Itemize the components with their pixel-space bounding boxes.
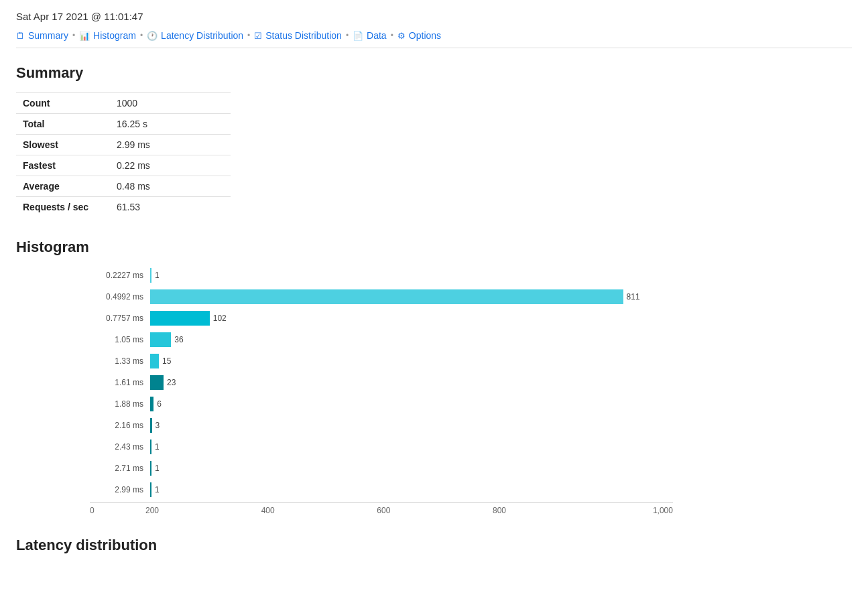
bar-value: 15 — [162, 356, 171, 366]
summary-value: 1000 — [110, 93, 231, 114]
nav-icon-summary: 🗒 — [16, 31, 25, 41]
chart-area: 0.2227 ms10.4992 ms8110.7757 ms1021.05 m… — [29, 267, 673, 498]
histogram-bar-row: 0.4992 ms811 — [90, 288, 673, 306]
summary-value: 0.22 ms — [110, 155, 231, 176]
bar-fill — [150, 354, 159, 368]
bar-fill — [150, 375, 164, 390]
bar-label: 0.2227 ms — [90, 271, 150, 280]
nav-bar: 🗒Summary•📊Histogram•🕐Latency Distributio… — [16, 30, 852, 48]
summary-value: 61.53 — [110, 197, 231, 218]
nav-separator: • — [346, 31, 349, 40]
nav-item-status-distribution[interactable]: ☑Status Distribution — [254, 30, 342, 41]
bar-track: 1 — [150, 268, 673, 283]
histogram-title: Histogram — [16, 239, 852, 256]
nav-label-summary: Summary — [28, 30, 68, 41]
bar-label: 1.88 ms — [90, 399, 150, 409]
bar-label: 1.33 ms — [90, 356, 150, 366]
nav-icon-data: 📄 — [353, 31, 363, 41]
latency-distribution-section: Latency distribution — [16, 537, 852, 554]
nav-separator: • — [72, 31, 75, 40]
timestamp: Sat Apr 17 2021 @ 11:01:47 — [16, 11, 852, 22]
bar-fill — [150, 418, 152, 433]
nav-icon-histogram: 📊 — [79, 31, 90, 41]
bar-value: 1 — [155, 464, 160, 473]
latency-distribution-title: Latency distribution — [16, 537, 852, 554]
bar-value: 1 — [155, 271, 160, 280]
bar-label: 1.05 ms — [90, 335, 150, 344]
bar-label: 2.99 ms — [90, 485, 150, 494]
histogram-bar-row: 2.71 ms1 — [90, 460, 673, 477]
nav-label-latency-distribution: Latency Distribution — [161, 30, 243, 41]
histogram-bar-row: 2.16 ms3 — [90, 417, 673, 434]
x-tick: 0 — [90, 506, 95, 515]
nav-item-data[interactable]: 📄Data — [353, 30, 387, 41]
nav-icon-latency-distribution: 🕐 — [147, 31, 158, 41]
summary-table: Count1000Total16.25 sSlowest2.99 msFaste… — [16, 92, 231, 217]
nav-item-histogram[interactable]: 📊Histogram — [79, 30, 136, 41]
bar-label: 0.7757 ms — [90, 314, 150, 323]
bar-track: 36 — [150, 332, 673, 347]
bar-label: 2.71 ms — [90, 464, 150, 473]
summary-label: Average — [16, 176, 110, 197]
table-row: Fastest0.22 ms — [16, 155, 231, 176]
bar-fill — [150, 268, 151, 283]
nav-label-options: Options — [409, 30, 441, 41]
histogram-container: 0.2227 ms10.4992 ms8110.7757 ms1021.05 m… — [16, 267, 852, 515]
bar-fill — [150, 289, 623, 304]
bar-track: 6 — [150, 397, 673, 411]
bar-track: 1 — [150, 482, 673, 497]
histogram-bar-row: 0.7757 ms102 — [90, 310, 673, 327]
nav-item-latency-distribution[interactable]: 🕐Latency Distribution — [147, 30, 243, 41]
nav-label-status-distribution: Status Distribution — [265, 30, 342, 41]
bar-fill — [150, 461, 151, 476]
histogram-section: Histogram 0.2227 ms10.4992 ms8110.7757 m… — [16, 239, 852, 515]
summary-label: Count — [16, 93, 110, 114]
bar-value: 811 — [627, 292, 640, 301]
summary-value: 0.48 ms — [110, 176, 231, 197]
bar-value: 1 — [155, 485, 160, 494]
summary-label: Requests / sec — [16, 197, 110, 218]
table-row: Count1000 — [16, 93, 231, 114]
histogram-bar-row: 1.05 ms36 — [90, 331, 673, 348]
bar-label: 2.16 ms — [90, 421, 150, 430]
bar-track: 811 — [150, 289, 673, 304]
summary-section: Summary Count1000Total16.25 sSlowest2.99… — [16, 64, 852, 217]
nav-icon-status-distribution: ☑ — [254, 31, 262, 41]
bar-value: 1 — [155, 442, 160, 452]
nav-label-histogram: Histogram — [93, 30, 136, 41]
bar-fill — [150, 440, 151, 454]
table-row: Requests / sec61.53 — [16, 197, 231, 218]
summary-label: Slowest — [16, 135, 110, 155]
histogram-bar-row: 2.99 ms1 — [90, 481, 673, 498]
bar-track: 23 — [150, 375, 673, 390]
nav-item-options[interactable]: ⚙Options — [397, 30, 441, 41]
bar-track: 102 — [150, 311, 673, 326]
bar-label: 2.43 ms — [90, 442, 150, 452]
bar-label: 0.4992 ms — [90, 292, 150, 301]
histogram-bar-row: 1.33 ms15 — [90, 352, 673, 370]
x-axis: 02004006008001,000 — [90, 502, 673, 515]
bar-fill — [150, 332, 171, 347]
summary-label: Total — [16, 114, 110, 135]
bar-value: 102 — [213, 314, 227, 323]
bar-value: 36 — [174, 335, 183, 344]
histogram-bar-row: 1.61 ms23 — [90, 374, 673, 391]
bar-fill — [150, 397, 153, 411]
x-tick: 600 — [326, 506, 442, 515]
table-row: Average0.48 ms — [16, 176, 231, 197]
nav-separator: • — [391, 31, 393, 40]
nav-label-data: Data — [367, 30, 387, 41]
chart-wrapper: 0.2227 ms10.4992 ms8110.7757 ms1021.05 m… — [29, 267, 852, 515]
bar-label: 1.61 ms — [90, 378, 150, 387]
histogram-bar-row: 1.88 ms6 — [90, 395, 673, 413]
x-tick: 800 — [442, 506, 558, 515]
x-tick: 200 — [95, 506, 210, 515]
bar-value: 3 — [156, 421, 160, 430]
bar-fill — [150, 482, 151, 497]
bar-track: 1 — [150, 461, 673, 476]
x-tick: 1,000 — [557, 506, 673, 515]
bar-track: 15 — [150, 354, 673, 368]
nav-item-summary[interactable]: 🗒Summary — [16, 30, 68, 41]
summary-title: Summary — [16, 64, 852, 82]
table-row: Slowest2.99 ms — [16, 135, 231, 155]
